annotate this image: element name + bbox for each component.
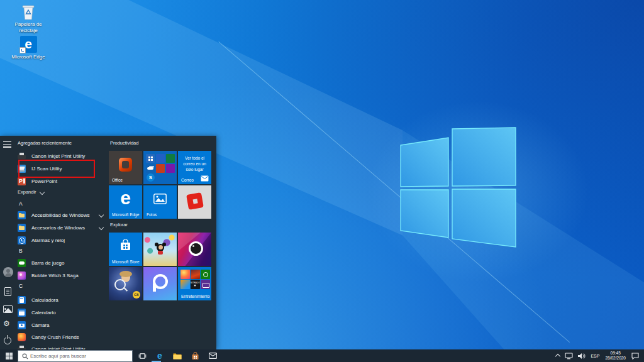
- chevron-up-icon: [555, 354, 560, 359]
- app-list-item-camara[interactable]: Cámara: [18, 319, 107, 331]
- app-list-item-barra-de-juego[interactable]: Barra de juego: [18, 257, 107, 268]
- app-label: Candy Crush Friends: [31, 334, 79, 340]
- microsoft365-icon: [146, 154, 155, 163]
- store-bag-icon: [191, 352, 199, 360]
- gamepad-icon: [18, 259, 26, 267]
- letter-header-b[interactable]: B: [19, 248, 82, 254]
- search-input[interactable]: [28, 353, 132, 359]
- tile-label: Correo: [181, 178, 194, 182]
- language-indicator[interactable]: ESP: [588, 349, 602, 362]
- tile-camera-app[interactable]: [178, 233, 211, 266]
- chevron-down-icon: [99, 212, 104, 217]
- store-bag-icon: [119, 239, 131, 251]
- picsart-icon: [153, 283, 156, 292]
- tile-picsart[interactable]: [143, 267, 177, 300]
- tile-disney-game[interactable]: [143, 233, 177, 266]
- task-view-button[interactable]: [133, 349, 151, 362]
- tray-overflow-button[interactable]: [553, 349, 562, 362]
- tile-label: Microsoft Store: [112, 260, 140, 264]
- app-list-item-candy-crush[interactable]: Candy Crush Friends: [18, 331, 107, 343]
- tray-time: 09:45: [605, 351, 626, 356]
- edge-letter: e: [109, 187, 142, 209]
- desktop-icon-edge[interactable]: e Microsoft Edge: [9, 36, 48, 60]
- tile-label: Fotos: [147, 212, 157, 217]
- volume-icon[interactable]: [575, 349, 588, 362]
- camera-icon: [18, 321, 26, 329]
- system-tray: ESP 09:45 28/02/2020: [553, 349, 644, 362]
- app-list-item-calculadora[interactable]: Calculadora: [18, 294, 107, 305]
- taskbar-clock[interactable]: 09:45 28/02/2020: [602, 351, 629, 361]
- tile-edge[interactable]: e Microsoft Edge: [109, 185, 142, 219]
- windows-logo-icon: [6, 353, 13, 359]
- tile-roblox[interactable]: [178, 185, 211, 219]
- recent-section-header: Agregadas recientemente: [18, 140, 72, 146]
- folder-icon: [18, 224, 26, 232]
- pictures-icon[interactable]: [3, 304, 13, 314]
- app-list-item-canon-inkjet-2[interactable]: Canon Inkjet Print Utility: [18, 343, 107, 349]
- desktop-icon-recycle-bin[interactable]: Papelera de reciclaje: [9, 4, 48, 34]
- letter-header-c[interactable]: C: [19, 283, 82, 289]
- tile-office-apps-folder[interactable]: S: [143, 151, 177, 184]
- skype-icon: S: [147, 173, 155, 182]
- taskbar-explorer-button[interactable]: [169, 349, 186, 362]
- app-label: Bubble Witch 3 Saga: [31, 273, 79, 278]
- magnifier-icon: [114, 279, 126, 290]
- taskbar-store-button[interactable]: [186, 349, 204, 362]
- racing-game-icon: [191, 270, 200, 279]
- onenote-icon: [166, 164, 175, 173]
- tile-section-header-productividad: Productividad: [110, 140, 138, 146]
- tile-entretenimiento-folder[interactable]: NITRADO Entretenimiento: [178, 267, 211, 300]
- tile-office[interactable]: Office: [109, 151, 142, 184]
- menu-hamburger-button[interactable]: [3, 140, 13, 150]
- tile-microsoft-store[interactable]: Microsoft Store: [109, 233, 142, 266]
- action-center-button[interactable]: [629, 349, 644, 362]
- tile-label: Entretenimiento: [181, 294, 210, 299]
- g5-badge: G5: [133, 291, 140, 299]
- highlight-box: [18, 160, 95, 178]
- clock-icon: [18, 236, 26, 244]
- tile-g5-hidden-object[interactable]: G5: [109, 267, 142, 300]
- app-list-item-calendario[interactable]: Calendario: [18, 307, 107, 318]
- desktop-icon-label: Papelera de reciclaje: [9, 21, 48, 34]
- search-icon: [22, 353, 28, 359]
- network-status-icon[interactable]: [562, 349, 575, 362]
- documents-icon[interactable]: [3, 287, 13, 297]
- taskbar-mail-button[interactable]: [204, 349, 221, 362]
- task-view-icon: [138, 353, 147, 359]
- tile-fotos[interactable]: Fotos: [143, 185, 177, 219]
- active-app-indicator: [152, 361, 161, 362]
- app-label: Calendario: [31, 310, 56, 315]
- expand-button[interactable]: Expandir: [18, 189, 44, 195]
- app-label: Accesorios de Windows: [31, 225, 85, 231]
- tile-label: Microsoft Edge: [112, 212, 139, 217]
- platformer-game-icon: [180, 280, 190, 289]
- taskbar-search[interactable]: [18, 350, 133, 362]
- tile-correo[interactable]: Ver todo el correo en un solo lugar Corr…: [178, 151, 211, 184]
- power-icon[interactable]: [3, 336, 13, 346]
- edge-icon: e: [157, 350, 162, 361]
- windows-logo: [390, 119, 526, 255]
- app-list-item-bubble-witch[interactable]: Bubble Witch 3 Saga: [18, 270, 107, 281]
- photos-icon: [153, 194, 167, 204]
- office-icon: [119, 158, 132, 172]
- candy-crush-icon: [18, 333, 26, 341]
- folder-icon: [173, 353, 182, 359]
- letter-header-a[interactable]: A: [19, 200, 82, 207]
- candy-game-icon: [180, 270, 190, 279]
- start-button[interactable]: [0, 349, 18, 362]
- calendar-icon: [18, 309, 26, 317]
- user-avatar[interactable]: [3, 267, 13, 277]
- expand-label: Expandir: [18, 189, 36, 195]
- app-label: Barra de juego: [31, 260, 64, 266]
- xbox-icon: [201, 270, 210, 279]
- app-list-item-accesorios[interactable]: Accesorios de Windows: [18, 222, 107, 233]
- mail-tile-message: Ver todo el correo en un solo lugar: [180, 155, 209, 172]
- taskbar-edge-button[interactable]: e: [151, 349, 169, 362]
- app-list-item-alarmas[interactable]: Alarmas y reloj: [18, 234, 107, 246]
- app-list-item-accesibilidad[interactable]: Accesibilidad de Windows: [18, 209, 107, 221]
- movies-tv-icon: [201, 280, 210, 289]
- settings-gear-icon[interactable]: ⚙: [3, 319, 13, 329]
- powerpoint-icon: [156, 164, 165, 173]
- mail-envelope-icon: [201, 175, 209, 182]
- mickey-mouse-icon: [157, 244, 164, 251]
